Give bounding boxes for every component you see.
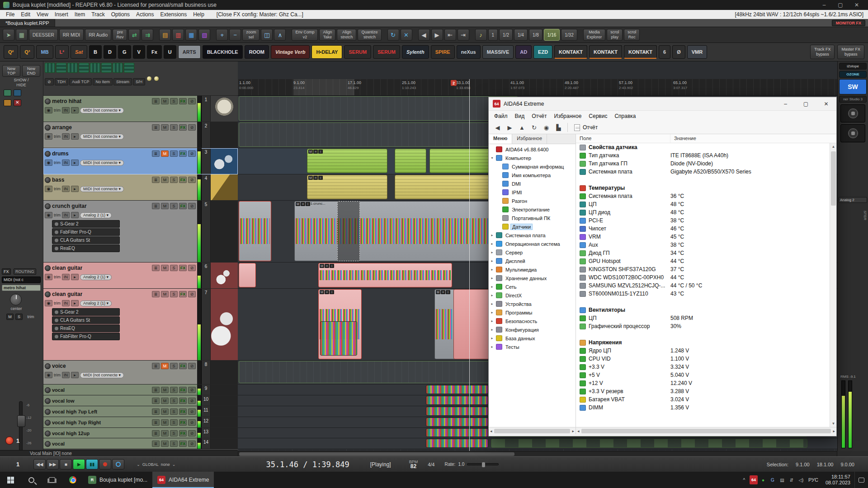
trim-knob[interactable]: ◉ xyxy=(45,133,52,140)
media-item[interactable] xyxy=(426,439,488,448)
aida-menu-сервис[interactable]: Сервис xyxy=(585,112,611,120)
tool-chip-tdh[interactable]: TDH xyxy=(55,78,69,85)
media-item[interactable] xyxy=(426,428,488,437)
fx-slot[interactable]: CLA Guitars St xyxy=(52,316,120,324)
matrix-tool-icon[interactable] xyxy=(4,89,11,96)
plugin-button-[interactable]: Ø xyxy=(672,45,685,59)
io-selector[interactable]: MIDI (not connecte ▾ xyxy=(80,372,124,378)
fx-slot[interactable]: FabFilter Pro-Q xyxy=(52,333,120,340)
fx-button[interactable]: FX xyxy=(179,387,187,393)
plugin-button-vintageverb[interactable]: Vintage Verb xyxy=(271,45,310,59)
record-arm-button[interactable] xyxy=(45,398,51,404)
plugin-button-ad[interactable]: AD xyxy=(515,45,532,59)
input-button[interactable]: IN xyxy=(62,186,70,192)
grid-tool-icon[interactable] xyxy=(79,63,89,73)
no-item-mode-icon[interactable]: ⊘ xyxy=(45,78,54,85)
solo-button[interactable]: S xyxy=(170,363,178,369)
item-chip-icon[interactable]: M xyxy=(436,290,440,294)
tree-item-directx[interactable]: ▸DirectX xyxy=(489,291,576,300)
play-button[interactable]: ▶ xyxy=(73,459,85,469)
tree-item-безопасность[interactable]: ▸Безопасность xyxy=(489,317,576,325)
toolbar-button-quantize-stretch[interactable]: Quantizestretch xyxy=(358,29,381,41)
tree-hscrollbar[interactable]: ◂▸ xyxy=(489,427,576,434)
tray-expand-icon[interactable]: ^ xyxy=(740,475,748,484)
tree-expand-icon[interactable]: ▸ xyxy=(490,319,494,323)
menu-item-actions[interactable]: Actions xyxy=(133,11,157,18)
input-button[interactable]: IN xyxy=(62,160,70,166)
field-row[interactable]: Тип датчика ГПDiode (NV-Diode) xyxy=(576,160,830,168)
mouse-modifier-icon[interactable]: ➤ xyxy=(3,29,14,41)
trim-knob[interactable]: ◉ xyxy=(45,160,52,166)
plugin-button-fx[interactable]: Fx xyxy=(147,45,162,59)
mixer-routing-label[interactable]: ROUTING xyxy=(14,268,36,275)
envelope-button[interactable]: ⊘ xyxy=(188,430,196,436)
toolbar-button-12[interactable]: 1/2 xyxy=(499,29,513,41)
media-item[interactable]: M≡i xyxy=(307,149,387,173)
track-row[interactable]: arrange≣MSFX⊘◉trimIN▸MIDI (not connecte … xyxy=(43,122,238,148)
tree-item-суммарнаяинформац[interactable]: Суммарная информац xyxy=(489,162,576,171)
tree-item-компьютер[interactable]: ▾Компьютер xyxy=(489,154,576,162)
toolbar-button-scrol-play[interactable]: scrolplay xyxy=(607,29,623,41)
field-row[interactable]: WDC WDS100T2B0C-00PXH044 °C xyxy=(576,273,830,282)
taskbar-app-aida64extreme[interactable]: 64AIDA64 Extreme xyxy=(152,472,214,488)
media-item[interactable] xyxy=(426,407,488,416)
tree-item-электропитание[interactable]: Электропитание xyxy=(489,205,576,214)
volume-tray-icon[interactable]: ◁) xyxy=(797,475,805,484)
tree-expand-icon[interactable]: ▸ xyxy=(490,336,494,340)
toolbar-button-116[interactable]: 1/16 xyxy=(544,29,560,41)
solo-button[interactable]: S xyxy=(170,124,178,131)
item-chip-icon[interactable]: ≡ xyxy=(313,176,318,180)
solo-button[interactable]: S xyxy=(170,265,178,271)
tree-item-сервер[interactable]: ▸Сервер xyxy=(489,248,576,257)
route-button[interactable]: ≣ xyxy=(152,98,160,104)
go-start-icon[interactable]: ⇤ xyxy=(444,29,456,41)
go-to-start-button[interactable]: ◀◀ xyxy=(33,459,46,469)
mute-button[interactable]: M xyxy=(161,124,169,131)
item-chip-icon[interactable]: M xyxy=(296,202,300,206)
track-row[interactable]: drums≣MSFX⊘◉trimIN▸MIDI (not connecte ▾3 xyxy=(43,148,238,174)
toolbar-button-zoom-sel[interactable]: zoomsel xyxy=(242,29,259,41)
grid-tool-icon[interactable] xyxy=(113,63,123,73)
fx-button[interactable]: FX xyxy=(179,150,187,157)
fx-button[interactable]: FX xyxy=(179,291,187,297)
media-item[interactable] xyxy=(426,396,488,405)
system-clock[interactable]: 18:11:5708.07.2023 xyxy=(821,474,854,486)
bpm-display[interactable]: BPM82 xyxy=(409,460,418,469)
field-row[interactable]: Чипсет46 °C xyxy=(576,225,830,233)
item-chip-icon[interactable]: ≡ xyxy=(313,150,318,154)
arm-toggle-icon[interactable]: ⇉ xyxy=(142,29,153,41)
mixer-mute-button[interactable]: M xyxy=(6,314,14,320)
field-row[interactable]: KINGSTON SHFS37A120G37 °C xyxy=(576,265,830,273)
fx-slot[interactable]: CLA Guitars St xyxy=(52,236,120,244)
status-dot-icon[interactable]: ● xyxy=(759,475,767,484)
color-tracks-icon[interactable]: ▦ xyxy=(185,29,197,41)
field-row[interactable]: ST6000NM0115-1YZ11043 °C xyxy=(576,290,830,298)
mixer-solo-button[interactable]: S xyxy=(15,314,23,320)
io-selector[interactable]: MIDI (not connecte ▾ xyxy=(80,108,124,113)
fx-button[interactable]: FX xyxy=(179,419,187,426)
chrome-taskbar-icon[interactable] xyxy=(62,472,83,488)
menu-item-edit[interactable]: Edit xyxy=(18,11,33,18)
solo-button[interactable]: S xyxy=(170,441,178,447)
menu-item-insert[interactable]: Insert xyxy=(52,11,71,18)
item-chip-icon[interactable]: ≡ xyxy=(325,290,329,294)
track-row[interactable]: clean guitar≣MSFX⊘◉trimIN▸Analog 2 (1) ▾… xyxy=(43,289,238,361)
global-automation-value[interactable]: none xyxy=(161,462,170,467)
mute-button[interactable]: M xyxy=(161,150,169,157)
toolbar-button-deesser[interactable]: DEESSER xyxy=(29,29,58,41)
tree-item-тесты[interactable]: ▸Тесты xyxy=(489,343,576,351)
menu-item-help[interactable]: Help xyxy=(190,11,208,18)
envelope-button[interactable]: ⊘ xyxy=(188,265,196,271)
transport-position[interactable]: 35.1.46 / 1:39.849 xyxy=(266,460,349,469)
lamp-icon[interactable] xyxy=(154,76,159,81)
tree-item-хранениеданных[interactable]: ▸Хранение данных xyxy=(489,274,576,282)
plugin-button-d[interactable]: D xyxy=(104,45,116,59)
mute-button[interactable]: M xyxy=(161,408,169,415)
aida-menu-отчёт[interactable]: Отчёт xyxy=(528,112,550,120)
media-item[interactable] xyxy=(426,418,488,427)
tree-item-разгон[interactable]: Разгон xyxy=(489,197,576,205)
region-tool-icon[interactable] xyxy=(14,89,21,96)
menu-item-extensions[interactable]: Extensions xyxy=(157,11,190,18)
record-arm-indicator[interactable] xyxy=(5,436,14,445)
plugin-button-nexus[interactable]: neXus xyxy=(457,45,481,59)
